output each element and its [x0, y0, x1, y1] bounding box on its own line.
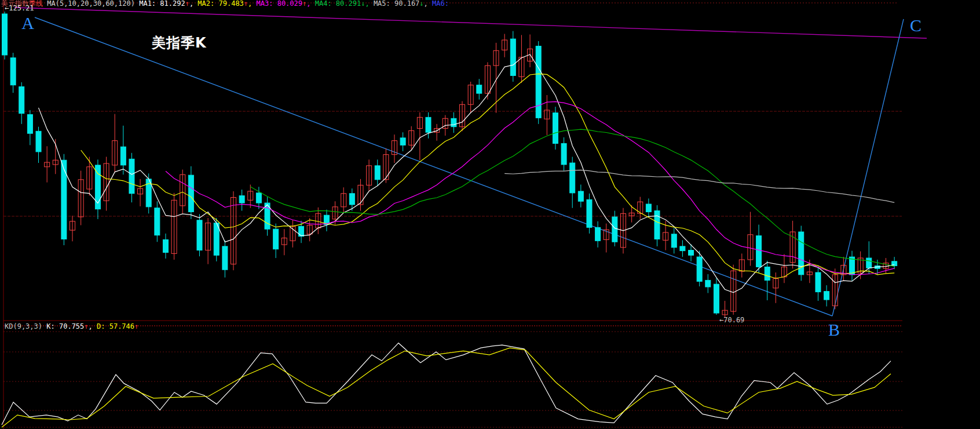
kd-indicator-label: KD(9,3,3) [5, 322, 42, 330]
candle-down-body [671, 234, 677, 248]
ma-legend-item: MA6: [432, 0, 453, 8]
candle-down-body [197, 220, 202, 250]
candle-down-body [536, 46, 541, 118]
candle-down-body [256, 193, 261, 203]
trendline-point-label-a[interactable]: A [21, 13, 34, 33]
candle-down-body [816, 272, 821, 292]
candle-down-body [553, 113, 558, 144]
k-up-arrow: ↑ [84, 322, 88, 330]
candle-down-body [163, 239, 168, 252]
ma-trend-arrow: ↑ [185, 0, 189, 8]
candle-down-body [697, 257, 702, 281]
candle-down-body [155, 208, 160, 235]
candle-down-body [680, 246, 685, 251]
ma-legend: MA1: 81.292↑, MA2: 79.483↑, MA3: 80.029↑… [139, 0, 453, 8]
candle-down-body [129, 159, 134, 193]
chart-annotation-title: 美指季K [152, 34, 207, 52]
candle-down-body [120, 147, 126, 165]
candle-down-body [188, 175, 193, 212]
candle-down-body [239, 196, 244, 203]
candle-down-body [510, 39, 515, 75]
ma-line-60 [504, 170, 894, 202]
price-high-marker: ←125.21 [5, 4, 34, 12]
ma-params-label: MA(5,10,20,30,60,120) [43, 0, 139, 8]
kd-indicator-header: KD(9,3,3) K: 70.755↑, D: 57.746↑ [5, 322, 138, 330]
candle-down-body [824, 292, 829, 300]
d-up-arrow: ↑ [134, 322, 138, 330]
candle-down-body [765, 267, 770, 280]
candle-down-body [61, 160, 67, 239]
candle-down-body [27, 115, 32, 134]
trendline-point-label-c[interactable]: C [910, 16, 922, 35]
ma-line-10 [81, 74, 895, 278]
chart-canvas[interactable] [0, 0, 980, 429]
candle-down-body [36, 131, 41, 151]
candle-down-body [273, 229, 279, 249]
ma-legend-item: MA3: 80.029 [257, 0, 302, 8]
ma-legend-item: MA1: 81.292 [139, 0, 185, 8]
ma-legend-item: MA4: 80.291 [315, 0, 361, 8]
ma-trend-arrow: ↑ [244, 0, 248, 8]
candle-down-body [866, 258, 872, 268]
trendline-point-label-b[interactable]: B [828, 320, 840, 340]
price-low-marker: ←70.69 [719, 316, 744, 324]
d-label: D: 57.746 [97, 322, 134, 330]
candle-down-body [714, 284, 719, 313]
candle-down-body [426, 117, 431, 132]
candle-down-body [756, 236, 762, 267]
candle-down-body [578, 191, 583, 201]
ma-legend-item: MA5: 90.167 [374, 0, 419, 8]
candle-down-body [19, 87, 24, 114]
kd-k-line [2, 343, 891, 425]
k-label: K: 70.755 [42, 322, 84, 330]
bc-uptrend-line [832, 19, 904, 316]
ma-legend-item: MA2: 79.483 [198, 0, 243, 8]
candle-down-body [400, 138, 405, 145]
candle-down-body [689, 250, 694, 256]
candle-down-body [451, 118, 456, 126]
candle-down-body [349, 194, 354, 205]
ma-trend-arrow: ↓ [419, 0, 423, 8]
candle-down-body [2, 14, 8, 55]
charting-app-window: 美元指数季线 MA(5,10,20,30,60,120) MA1: 81.292… [0, 0, 980, 429]
d-value: 57.746 [109, 322, 134, 330]
candle-down-body [299, 226, 304, 236]
candle-down-body [654, 211, 660, 239]
main-chart-header: 美元指数季线 MA(5,10,20,30,60,120) MA1: 81.292… [1, 0, 453, 8]
candle-down-body [561, 143, 566, 164]
candle-down-body [587, 199, 592, 227]
candle-down-body [10, 58, 16, 85]
candle-down-body [570, 163, 575, 193]
candle-down-body [612, 217, 617, 242]
candle-down-body [646, 204, 651, 212]
candle-down-body [705, 280, 711, 287]
k-value: 70.755 [59, 322, 84, 330]
candle-down-body [222, 246, 228, 270]
candle-down-body [375, 166, 380, 180]
ma-line-5 [39, 54, 895, 293]
candle-down-body [595, 227, 601, 241]
candle-down-body [477, 85, 482, 93]
